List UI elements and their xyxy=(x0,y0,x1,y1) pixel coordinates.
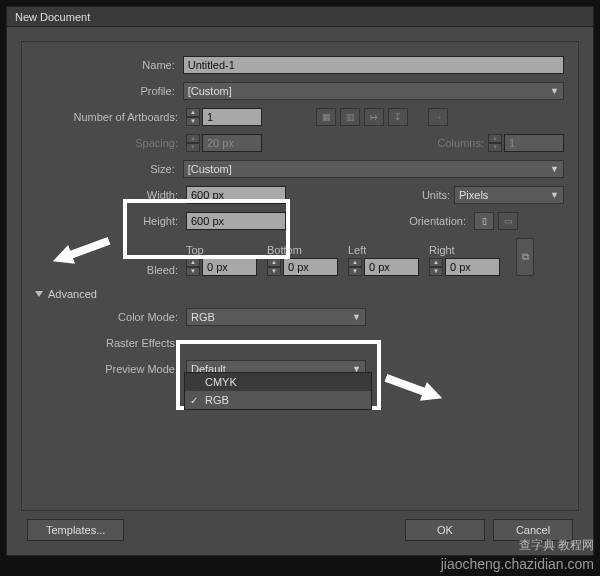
bleed-top-field[interactable] xyxy=(202,258,257,276)
landscape-icon[interactable]: ▭ xyxy=(498,212,518,230)
titlebar: New Document xyxy=(7,7,593,27)
dialog-title: New Document xyxy=(15,11,90,23)
artboards-spinner[interactable]: ▲▼ xyxy=(186,108,200,126)
chevron-down-icon: ▼ xyxy=(352,312,361,322)
columns-spinner: ▲▼ xyxy=(488,134,502,152)
advanced-header[interactable]: Advanced xyxy=(36,288,564,300)
bleed-bottom-field[interactable] xyxy=(283,258,338,276)
width-field[interactable] xyxy=(186,186,286,204)
width-label: Width: xyxy=(36,189,186,201)
spacing-spinner: ▲▼ xyxy=(186,134,200,152)
spacing-label: Spacing: xyxy=(36,137,186,149)
units-value: Pixels xyxy=(459,189,488,201)
bleed-right-spinner[interactable]: ▲▼ xyxy=(429,258,443,276)
height-field[interactable] xyxy=(186,212,286,230)
name-label: Name: xyxy=(36,59,183,71)
portrait-icon[interactable]: ▯ xyxy=(474,212,494,230)
colormode-option-rgb[interactable]: ✓ RGB xyxy=(185,391,371,409)
bleed-bottom-label: Bottom xyxy=(267,244,338,258)
colormode-dropdown[interactable]: RGB ▼ xyxy=(186,308,366,326)
artboards-label: Number of Artboards: xyxy=(36,111,186,123)
menu-item-label: RGB xyxy=(205,394,229,406)
units-dropdown[interactable]: Pixels ▼ xyxy=(454,186,564,204)
bleed-left-label: Left xyxy=(348,244,419,258)
new-document-dialog: New Document Name: Profile: [Custom] ▼ N… xyxy=(6,6,594,556)
ok-button[interactable]: OK xyxy=(405,519,485,541)
chevron-down-icon: ▼ xyxy=(550,190,559,200)
watermark-en: jiaocheng.chazidian.com xyxy=(441,556,594,572)
templates-button[interactable]: Templates... xyxy=(27,519,124,541)
check-icon: ✓ xyxy=(190,395,198,406)
rastereffects-label: Raster Effects: xyxy=(36,337,186,349)
columns-field xyxy=(504,134,564,152)
size-dropdown[interactable]: [Custom] ▼ xyxy=(183,160,564,178)
previewmode-label: Preview Mode: xyxy=(36,363,186,375)
bleed-label: Bleed: xyxy=(36,264,186,276)
arrange-down-icon[interactable]: ↧ xyxy=(388,108,408,126)
colormode-menu: CMYK ✓ RGB xyxy=(184,372,372,410)
bleed-bottom-spinner[interactable]: ▲▼ xyxy=(267,258,281,276)
artboards-field[interactable] xyxy=(202,108,262,126)
disclosure-triangle-icon xyxy=(35,291,43,297)
size-label: Size: xyxy=(36,163,183,175)
colormode-label: Color Mode: xyxy=(36,311,186,323)
bleed-top-label: Top xyxy=(186,244,257,258)
profile-value: [Custom] xyxy=(188,85,232,97)
bleed-top-spinner[interactable]: ▲▼ xyxy=(186,258,200,276)
bleed-left-field[interactable] xyxy=(364,258,419,276)
arrange-right-icon[interactable]: ↦ xyxy=(364,108,384,126)
spacing-field xyxy=(202,134,262,152)
watermark-cn: 查字典 教程网 xyxy=(519,537,594,554)
colormode-value: RGB xyxy=(191,311,215,323)
dialog-panel: Name: Profile: [Custom] ▼ Number of Artb… xyxy=(21,41,579,511)
bleed-left-spinner[interactable]: ▲▼ xyxy=(348,258,362,276)
units-label: Units: xyxy=(394,189,454,201)
grid-by-row-icon[interactable]: ▦ xyxy=(316,108,336,126)
arrange-custom-icon[interactable]: → xyxy=(428,108,448,126)
menu-item-label: CMYK xyxy=(205,376,237,388)
chevron-down-icon: ▼ xyxy=(550,86,559,96)
height-label: Height: xyxy=(36,215,186,227)
colormode-option-cmyk[interactable]: CMYK xyxy=(185,373,371,391)
profile-dropdown[interactable]: [Custom] ▼ xyxy=(183,82,564,100)
link-bleed-icon[interactable]: ⧉ xyxy=(516,238,534,276)
orientation-label: Orientation: xyxy=(390,215,470,227)
bleed-right-label: Right xyxy=(429,244,500,258)
chevron-down-icon: ▼ xyxy=(550,164,559,174)
bleed-right-field[interactable] xyxy=(445,258,500,276)
grid-by-col-icon[interactable]: ▥ xyxy=(340,108,360,126)
name-field[interactable] xyxy=(183,56,564,74)
size-value: [Custom] xyxy=(188,163,232,175)
advanced-label: Advanced xyxy=(48,288,97,300)
profile-label: Profile: xyxy=(36,85,183,97)
columns-label: Columns: xyxy=(418,137,488,149)
